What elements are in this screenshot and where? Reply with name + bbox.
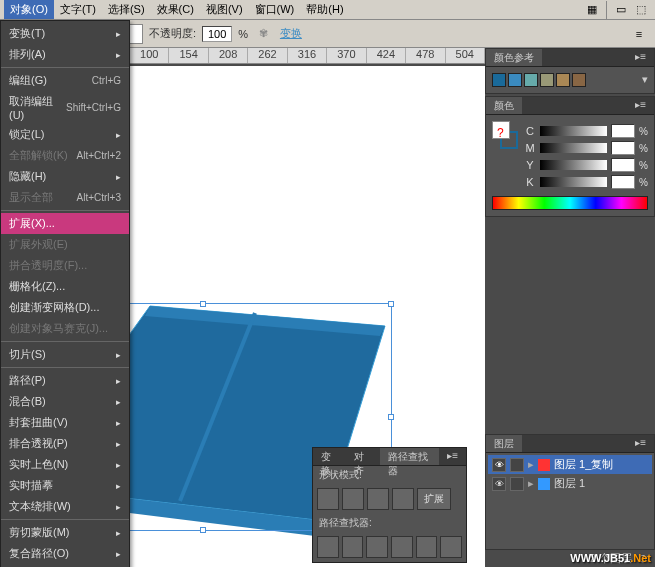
zoom-icon[interactable]: ⬚	[631, 0, 651, 20]
menu-help[interactable]: 帮助(H)	[300, 0, 349, 19]
menu-item[interactable]: 复合路径(O)▸	[1, 543, 129, 564]
menu-item[interactable]: 排合透视(P)▸	[1, 433, 129, 454]
swatch[interactable]	[492, 73, 506, 87]
menu-item[interactable]: 排列(A)▸	[1, 44, 129, 65]
eye-icon[interactable]: 👁	[492, 477, 506, 491]
slider-value[interactable]	[611, 175, 635, 189]
panels-dock: 颜色参考 ▸≡ ▾ 颜色 ▸≡ ?	[485, 48, 655, 558]
layer-row[interactable]: 👁▸图层 1_复制	[488, 455, 652, 474]
menu-window[interactable]: 窗口(W)	[249, 0, 301, 19]
menu-item: 拼合透明度(F)...	[1, 255, 129, 276]
panel-flyout-icon[interactable]: ▸≡	[627, 49, 654, 66]
menu-item[interactable]: 编组(G)Ctrl+G	[1, 70, 129, 91]
slider-value[interactable]	[611, 141, 635, 155]
menu-view[interactable]: 视图(V)	[200, 0, 249, 19]
menu-item[interactable]: 实时上色(N)▸	[1, 454, 129, 475]
ruler-horizontal: 100154208262316370424478504	[130, 48, 485, 64]
layers-tab[interactable]: 图层	[486, 435, 522, 452]
slider-track[interactable]	[540, 177, 607, 187]
slider-track[interactable]	[540, 126, 607, 136]
transform-link[interactable]: 变换	[280, 26, 302, 41]
swatch[interactable]	[524, 73, 538, 87]
pathfinder-tab[interactable]: 路径查找器	[380, 448, 439, 465]
panel-flyout-icon[interactable]: ▸≡	[627, 97, 654, 114]
slider-value[interactable]	[611, 158, 635, 172]
slider-track[interactable]	[540, 143, 607, 153]
panel-flyout-icon[interactable]: ▸≡	[627, 435, 654, 452]
menu-item[interactable]: 栅格化(Z)...	[1, 276, 129, 297]
menu-item: 全部解锁(K)Alt+Ctrl+2	[1, 145, 129, 166]
menu-item[interactable]: 混合(B)▸	[1, 391, 129, 412]
color-guide-tab[interactable]: 颜色参考	[486, 49, 542, 66]
menu-item: 扩展外观(E)	[1, 234, 129, 255]
opacity-input[interactable]	[202, 26, 232, 42]
outline-button[interactable]	[416, 536, 438, 558]
swatch[interactable]	[508, 73, 522, 87]
chevron-down-icon[interactable]: ▾	[642, 73, 648, 87]
menu-select[interactable]: 选择(S)	[102, 0, 151, 19]
minus-back-button[interactable]	[440, 536, 462, 558]
unite-button[interactable]	[317, 488, 339, 510]
menu-item[interactable]: 切片(S)▸	[1, 344, 129, 365]
layers-panel: 图层 ▸≡ 👁▸图层 1_复制👁▸图层 1	[485, 434, 655, 556]
panel-flyout-icon[interactable]: ▸≡	[439, 448, 466, 465]
chevron-right-icon[interactable]: ▸	[528, 458, 534, 471]
opacity-label: 不透明度:	[149, 26, 196, 41]
menu-effect[interactable]: 效果(C)	[151, 0, 200, 19]
sel-handle-e[interactable]	[388, 414, 394, 420]
lock-icon[interactable]	[510, 458, 524, 472]
menu-item: 显示全部Alt+Ctrl+3	[1, 187, 129, 208]
color-tab[interactable]: 颜色	[486, 97, 522, 114]
menu-item[interactable]: 文本绕排(W)▸	[1, 496, 129, 517]
crop-button[interactable]	[391, 536, 413, 558]
slider-value[interactable]	[611, 124, 635, 138]
recolor-icon[interactable]: ✾	[254, 24, 274, 44]
menu-item[interactable]: 路径(P)▸	[1, 370, 129, 391]
menu-item[interactable]: 取消编组(U)Shift+Ctrl+G	[1, 91, 129, 124]
menu-type[interactable]: 文字(T)	[54, 0, 102, 19]
arrange-icon[interactable]: ▭	[611, 0, 631, 20]
chevron-right-icon[interactable]: ▸	[528, 477, 534, 490]
menu-item[interactable]: 剪切蒙版(M)▸	[1, 522, 129, 543]
divide-button[interactable]	[317, 536, 339, 558]
menu-item: 创建对象马赛克(J)...	[1, 318, 129, 339]
exclude-button[interactable]	[392, 488, 414, 510]
trim-button[interactable]	[342, 536, 364, 558]
align-icon[interactable]: ≡	[629, 24, 649, 44]
merge-button[interactable]	[366, 536, 388, 558]
sel-handle-n[interactable]	[200, 301, 206, 307]
minus-front-button[interactable]	[342, 488, 364, 510]
menu-item[interactable]: 实时描摹▸	[1, 475, 129, 496]
watermark: WWW.JB51.Net	[570, 550, 651, 565]
align-tab[interactable]: 对齐	[346, 448, 379, 465]
menu-item[interactable]: 创建渐变网格(D)...	[1, 297, 129, 318]
menu-item[interactable]: 锁定(L)▸	[1, 124, 129, 145]
color-panel: 颜色 ▸≡ ? C%M%Y%K%	[485, 96, 655, 217]
swatch[interactable]	[572, 73, 586, 87]
menubar: 对象(O) 文字(T) 选择(S) 效果(C) 视图(V) 窗口(W) 帮助(H…	[0, 0, 655, 20]
intersect-button[interactable]	[367, 488, 389, 510]
eye-icon[interactable]: 👁	[492, 458, 506, 472]
pct-label: %	[238, 28, 248, 40]
swatch[interactable]	[540, 73, 554, 87]
menu-item[interactable]: 扩展(X)...	[1, 213, 129, 234]
layer-row[interactable]: 👁▸图层 1	[488, 474, 652, 493]
menu-object[interactable]: 对象(O)	[4, 0, 54, 19]
expand-button[interactable]: 扩展	[417, 488, 451, 510]
object-menu-dropdown: 变换(T)▸排列(A)▸编组(G)Ctrl+G取消编组(U)Shift+Ctrl…	[0, 20, 130, 567]
transform-tab[interactable]: 变换	[313, 448, 346, 465]
fill-indicator[interactable]: ?	[492, 121, 510, 139]
spectrum-bar[interactable]	[492, 196, 648, 210]
swatch[interactable]	[556, 73, 570, 87]
lock-icon[interactable]	[510, 477, 524, 491]
menu-item[interactable]: 隐藏(H)▸	[1, 166, 129, 187]
pathfinder-panel: 变换 对齐 路径查找器 ▸≡ 形状模式: 扩展 路径查找器:	[312, 447, 467, 563]
menu-item[interactable]: 封套扭曲(V)▸	[1, 412, 129, 433]
bridge-icon[interactable]: ▦	[582, 0, 602, 20]
sel-handle-s[interactable]	[200, 527, 206, 533]
slider-track[interactable]	[540, 160, 607, 170]
pathfinder-label: 路径查找器:	[313, 514, 466, 532]
sel-handle-ne[interactable]	[388, 301, 394, 307]
menu-item[interactable]: 变换(T)▸	[1, 23, 129, 44]
color-guide-panel: 颜色参考 ▸≡ ▾	[485, 48, 655, 94]
